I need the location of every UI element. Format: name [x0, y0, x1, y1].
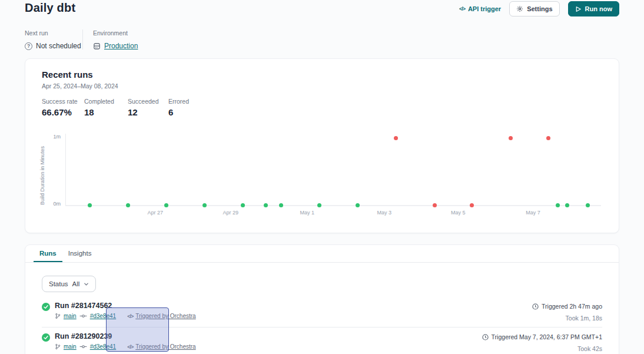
gear-icon	[516, 5, 523, 12]
settings-label: Settings	[527, 5, 552, 12]
next-run-label: Next run	[25, 29, 81, 37]
chart-x-axis: Apr 27Apr 29May 1May 3May 5May 7	[65, 210, 601, 217]
recent-runs-date-range: Apr 25, 2024–May 08, 2024	[42, 82, 118, 90]
chart-point-error[interactable]	[470, 203, 474, 207]
stat-success-rate: Success rate 66.67%	[42, 98, 84, 117]
next-run-block: Next run ? Not scheduled	[25, 29, 81, 50]
clock-icon	[482, 334, 489, 340]
chart-point-error[interactable]	[546, 136, 550, 140]
recent-runs-card: Recent runs Apr 25, 2024–May 08, 2024 Su…	[25, 58, 619, 233]
chart-point-success[interactable]	[556, 203, 560, 207]
chart-point-success[interactable]	[203, 203, 207, 207]
trigger-source-link[interactable]: Triggered by Orchestra	[135, 343, 195, 350]
api-trigger-label: API trigger	[468, 5, 501, 12]
tab-insights[interactable]: Insights	[62, 245, 98, 262]
chart-point-success[interactable]	[317, 203, 321, 207]
x-tick-label: May 5	[443, 210, 473, 216]
run-title-link[interactable]: Run #281474562	[55, 302, 196, 310]
environment-label: Environment	[93, 29, 138, 37]
meta-divider	[82, 29, 83, 49]
commit-link[interactable]: #d3e8e41	[90, 313, 117, 319]
database-icon	[93, 42, 101, 50]
chart-point-success[interactable]	[279, 203, 283, 207]
branch-link[interactable]: main	[64, 343, 77, 350]
commit-icon	[79, 344, 87, 349]
runs-card: Runs Insights Status All Run #281474562	[25, 244, 619, 354]
run-now-button[interactable]: Run now	[568, 1, 619, 16]
commit-icon	[79, 313, 87, 319]
tab-bar: Runs Insights	[25, 245, 619, 263]
trigger-source-link[interactable]: Triggered by Orchestra	[135, 313, 195, 319]
environment-block: Environment Production	[93, 29, 138, 50]
status-filter-label: Status	[49, 280, 68, 287]
chart-point-success[interactable]	[565, 203, 569, 207]
chart-point-error[interactable]	[394, 136, 398, 140]
chart-point-error[interactable]	[433, 203, 437, 207]
run-triggered-time: Triggered 2h 47m ago	[542, 303, 602, 310]
chevron-down-icon	[84, 282, 89, 287]
git-branch-icon	[55, 343, 61, 350]
run-title-link[interactable]: Run #281290239	[55, 332, 196, 340]
chart-point-success[interactable]	[88, 203, 92, 207]
y-tick-1m: 1m	[45, 133, 61, 140]
x-tick-label: Apr 27	[141, 210, 170, 216]
environment-link[interactable]: Production	[104, 42, 138, 50]
api-trigger-link[interactable]: </> API trigger	[459, 5, 501, 12]
status-filter-dropdown[interactable]: Status All	[42, 276, 96, 292]
git-branch-icon	[55, 313, 61, 319]
clock-icon	[532, 303, 539, 310]
tab-runs[interactable]: Runs	[34, 245, 62, 262]
question-circle-icon: ?	[25, 42, 32, 50]
success-check-icon	[42, 333, 50, 352]
stat-succeeded: Succeeded 12	[128, 98, 168, 117]
chart-point-success[interactable]	[356, 203, 360, 207]
stat-errored: Errored 6	[168, 98, 189, 117]
chart-point-error[interactable]	[509, 136, 513, 140]
runs-list: Run #281474562 main	[42, 297, 602, 354]
next-run-value: Not scheduled	[36, 42, 81, 50]
play-icon	[575, 6, 582, 12]
run-triggered-time: Triggered May 7, 2024, 6:37 PM GMT+1	[492, 333, 602, 340]
run-duration: Took 1m, 18s	[532, 315, 602, 322]
chart-point-success[interactable]	[241, 203, 245, 207]
run-row[interactable]: Run #281474562 main	[42, 297, 602, 327]
page-title: Daily dbt	[25, 1, 75, 15]
x-tick-label: May 1	[293, 210, 322, 216]
y-tick-0m: 0m	[45, 200, 61, 207]
x-tick-label: Apr 29	[216, 210, 245, 216]
chart-point-success[interactable]	[586, 203, 590, 207]
code-icon: </>	[127, 344, 133, 350]
chart-plot[interactable]	[65, 134, 601, 206]
code-icon: </>	[459, 6, 465, 12]
chart-point-success[interactable]	[264, 203, 268, 207]
settings-button[interactable]: Settings	[509, 1, 559, 16]
branch-link[interactable]: main	[64, 313, 77, 319]
status-filter-value: All	[72, 280, 80, 287]
stats-row: Success rate 66.67% Completed 18 Succeed…	[42, 98, 189, 117]
x-tick-label: May 3	[370, 210, 399, 216]
x-tick-label: May 7	[518, 210, 547, 216]
commit-link[interactable]: #d3e8e41	[90, 343, 117, 350]
run-duration: Took 42s	[482, 345, 602, 352]
run-now-label: Run now	[585, 5, 612, 12]
stat-completed: Completed 18	[84, 98, 128, 117]
recent-runs-title: Recent runs	[42, 70, 93, 80]
header-actions: </> API trigger Settings Run now	[459, 1, 619, 16]
chart-point-success[interactable]	[164, 203, 168, 207]
run-row[interactable]: Run #281290239 main	[42, 327, 602, 354]
code-icon: </>	[127, 313, 133, 319]
chart-y-axis-label: Build Duration in Minutes	[39, 135, 45, 205]
chart-point-success[interactable]	[126, 203, 130, 207]
success-check-icon	[42, 303, 50, 322]
